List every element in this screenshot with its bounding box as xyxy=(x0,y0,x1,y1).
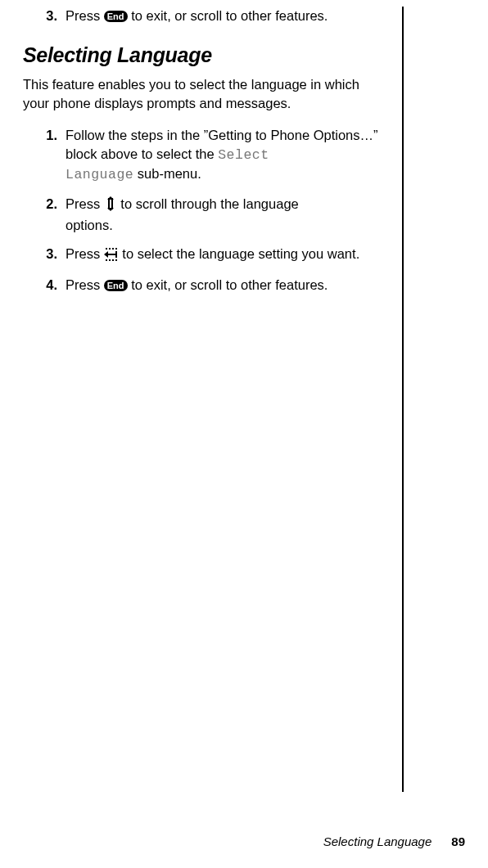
page-number: 89 xyxy=(451,834,465,848)
step-number: 4. xyxy=(38,276,57,295)
text-fragment: Press xyxy=(66,246,104,261)
step-2: 2. Press to scroll through the language … xyxy=(23,195,384,235)
nav-horizontal-icon xyxy=(104,247,119,266)
text-fragment: to select the language setting you want. xyxy=(119,246,359,261)
text-fragment: to exit, or scroll to other features. xyxy=(128,277,328,292)
step-number: 2. xyxy=(38,195,57,235)
step-4: 4. Press End to exit, or scroll to other… xyxy=(23,276,384,295)
page-container: 3. Press End to exit, or scroll to other… xyxy=(0,0,488,868)
step-1: 1. Follow the steps in the ”Getting to P… xyxy=(23,126,384,184)
text-fragment: Press xyxy=(66,8,104,23)
text-fragment: Press xyxy=(66,277,104,292)
step-text: Follow the steps in the ”Getting to Phon… xyxy=(66,126,384,184)
step-3: 3. Press to select the language setting … xyxy=(23,245,384,266)
step-text: Press End to exit, or scroll to other fe… xyxy=(66,7,384,25)
step-text: Press End to exit, or scroll to other fe… xyxy=(66,276,384,295)
end-key-icon: End xyxy=(104,11,128,22)
step-number: 3. xyxy=(38,245,57,266)
step-text: Press to scroll through the language opt… xyxy=(66,195,384,235)
text-fragment: options. xyxy=(66,218,113,232)
lcd-text: Language xyxy=(66,167,133,182)
text-fragment: Press xyxy=(66,196,104,211)
text-fragment: to exit, or scroll to other features. xyxy=(128,8,328,23)
text-fragment: sub-menu. xyxy=(133,166,201,181)
content-column: 3. Press End to exit, or scroll to other… xyxy=(23,7,404,792)
nav-vertical-icon xyxy=(104,196,117,216)
step-number: 1. xyxy=(38,126,57,184)
lcd-text: Select xyxy=(218,147,269,163)
page-footer: Selecting Language89 xyxy=(323,834,465,848)
step-number: 3. xyxy=(38,7,57,25)
section-intro: This feature enables you to select the l… xyxy=(23,75,384,113)
prev-step-3: 3. Press End to exit, or scroll to other… xyxy=(23,7,384,25)
section-heading: Selecting Language xyxy=(23,43,384,67)
step-text: Press to select the language setting you… xyxy=(66,245,384,266)
footer-title: Selecting Language xyxy=(323,834,432,848)
svg-marker-6 xyxy=(104,251,108,258)
end-key-icon: End xyxy=(104,280,128,291)
text-fragment: to scroll through the language xyxy=(117,196,299,211)
